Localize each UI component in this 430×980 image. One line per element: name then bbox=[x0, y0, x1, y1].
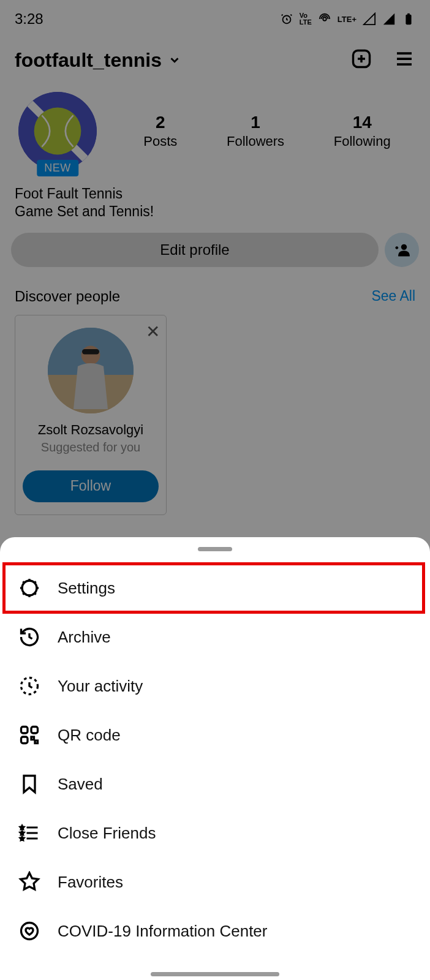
menu-activity[interactable]: Your activity bbox=[0, 662, 430, 710]
svg-rect-12 bbox=[82, 349, 99, 354]
menu-favorites[interactable]: Favorites bbox=[0, 858, 430, 907]
svg-rect-19 bbox=[35, 741, 38, 744]
posts-count: 2 bbox=[143, 113, 177, 132]
username-text: footfault_tennis bbox=[15, 49, 162, 72]
bio-name: Foot Fault Tennis bbox=[15, 185, 415, 203]
menu-saved[interactable]: Saved bbox=[0, 760, 430, 809]
heart-circle-icon bbox=[18, 920, 40, 942]
qr-icon bbox=[18, 724, 40, 746]
posts-stat[interactable]: 2 Posts bbox=[143, 113, 177, 149]
create-button[interactable] bbox=[350, 48, 372, 72]
home-indicator[interactable] bbox=[151, 972, 279, 976]
close-icon[interactable]: ✕ bbox=[146, 322, 160, 342]
discover-people-header: Discover people See All bbox=[0, 274, 430, 312]
chevron-down-icon bbox=[168, 53, 181, 67]
drag-handle[interactable] bbox=[198, 547, 232, 551]
alarm-icon bbox=[280, 12, 293, 26]
suggestion-card: ✕ Zsolt Rozsavolgyi Suggested for you Fo… bbox=[15, 315, 167, 515]
activity-icon bbox=[18, 675, 40, 697]
status-icons: VoLTE LTE+ bbox=[280, 12, 415, 26]
suggestion-avatar[interactable] bbox=[48, 328, 134, 413]
profile-avatar bbox=[18, 92, 97, 170]
svg-point-8 bbox=[401, 244, 407, 249]
menu-favorites-label: Favorites bbox=[58, 873, 123, 892]
hamburger-menu-button[interactable] bbox=[393, 48, 415, 72]
new-badge: NEW bbox=[37, 160, 78, 176]
follow-button[interactable]: Follow bbox=[23, 470, 159, 502]
status-time: 3:28 bbox=[15, 10, 43, 28]
menu-settings-label: Settings bbox=[58, 579, 115, 598]
menu-qr-label: QR code bbox=[58, 726, 121, 745]
svg-rect-17 bbox=[21, 737, 28, 744]
svg-rect-3 bbox=[407, 13, 410, 15]
profile-stats-row: NEW 2 Posts 1 Followers 14 Following bbox=[0, 83, 430, 175]
bio-line: Game Set and Tennis! bbox=[15, 203, 415, 221]
network-label: LTE+ bbox=[338, 15, 356, 24]
suggestion-subtitle: Suggested for you bbox=[23, 440, 159, 454]
menu-archive[interactable]: Archive bbox=[0, 612, 430, 662]
suggestion-name: Zsolt Rozsavolgyi bbox=[23, 422, 159, 438]
edit-profile-row: Edit profile bbox=[0, 225, 430, 274]
menu-activity-label: Your activity bbox=[58, 677, 143, 696]
posts-label: Posts bbox=[143, 134, 177, 149]
menu-qr[interactable]: QR code bbox=[0, 710, 430, 760]
star-icon bbox=[18, 871, 40, 893]
svg-point-1 bbox=[323, 17, 326, 21]
status-bar: 3:28 VoLTE LTE+ bbox=[0, 0, 430, 38]
hotspot-icon bbox=[318, 12, 331, 26]
username-dropdown[interactable]: footfault_tennis bbox=[15, 49, 181, 72]
close-friends-icon bbox=[18, 822, 40, 844]
menu-bottom-sheet: Settings Archive Your activity QR code S… bbox=[0, 537, 430, 980]
svg-point-11 bbox=[81, 345, 100, 364]
menu-saved-label: Saved bbox=[58, 775, 103, 794]
discover-label: Discover people bbox=[15, 288, 120, 305]
settings-icon bbox=[18, 577, 40, 599]
menu-close-friends-label: Close Friends bbox=[58, 824, 156, 843]
see-all-link[interactable]: See All bbox=[371, 288, 415, 304]
archive-icon bbox=[18, 626, 40, 648]
following-count: 14 bbox=[334, 113, 391, 132]
svg-point-20 bbox=[21, 923, 38, 940]
profile-header: footfault_tennis bbox=[0, 38, 430, 83]
svg-point-7 bbox=[34, 108, 81, 155]
menu-close-friends[interactable]: Close Friends bbox=[0, 809, 430, 858]
svg-rect-16 bbox=[31, 727, 38, 734]
avatar-container[interactable]: NEW bbox=[15, 92, 100, 170]
volte-icon: VoLTE bbox=[300, 12, 312, 26]
signal-icon-2 bbox=[382, 12, 396, 26]
svg-rect-18 bbox=[31, 737, 34, 740]
signal-icon-1 bbox=[363, 12, 376, 26]
svg-rect-15 bbox=[21, 727, 28, 734]
profile-bio: Foot Fault Tennis Game Set and Tennis! bbox=[0, 175, 430, 225]
saved-icon bbox=[18, 773, 40, 795]
following-stat[interactable]: 14 Following bbox=[334, 113, 391, 149]
menu-covid[interactable]: COVID-19 Information Center bbox=[0, 907, 430, 956]
menu-covid-label: COVID-19 Information Center bbox=[58, 922, 267, 941]
menu-settings[interactable]: Settings bbox=[4, 564, 424, 612]
followers-label: Followers bbox=[227, 134, 284, 149]
followers-count: 1 bbox=[227, 113, 284, 132]
svg-rect-2 bbox=[405, 15, 411, 24]
discover-people-button[interactable] bbox=[385, 233, 419, 267]
add-person-icon bbox=[393, 241, 410, 258]
edit-profile-button[interactable]: Edit profile bbox=[11, 233, 379, 267]
following-label: Following bbox=[334, 134, 391, 149]
menu-archive-label: Archive bbox=[58, 628, 111, 647]
followers-stat[interactable]: 1 Followers bbox=[227, 113, 284, 149]
battery-icon bbox=[402, 12, 415, 26]
